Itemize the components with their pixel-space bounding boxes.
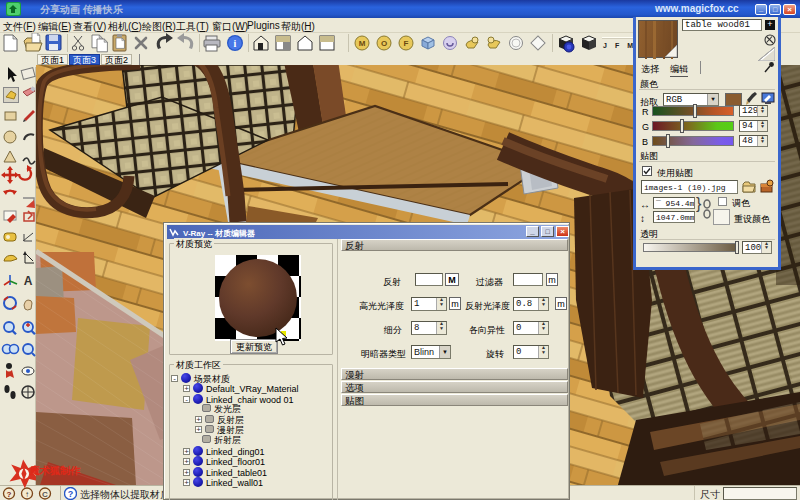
svg-text:O: O xyxy=(381,39,387,48)
svg-text:A: A xyxy=(24,274,33,288)
svg-text:?: ? xyxy=(68,489,74,499)
svg-text:i: i xyxy=(234,38,237,49)
svg-text:M: M xyxy=(359,39,366,48)
svg-text:↑: ↑ xyxy=(25,490,29,499)
svg-text:F: F xyxy=(404,39,409,48)
svg-text:?: ? xyxy=(7,490,12,499)
svg-text:C: C xyxy=(42,490,48,499)
